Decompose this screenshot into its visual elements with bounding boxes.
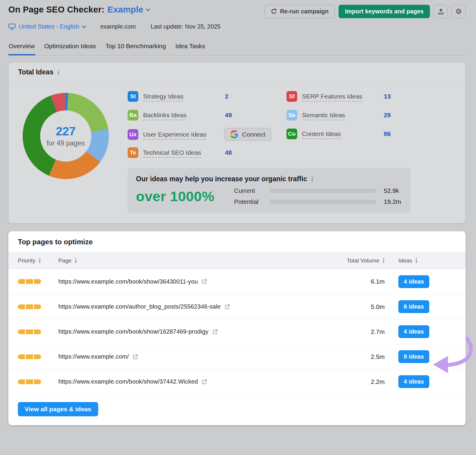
tab-optimization-ideas[interactable]: Optimization Ideas — [44, 43, 96, 55]
import-keywords-button[interactable]: Import keywords and pages — [339, 5, 430, 18]
tab-bar: Overview Optimization Ideas Top 10 Bench… — [8, 43, 466, 56]
technical-seo-badge-icon: Te — [128, 147, 138, 158]
potential-traffic-row: Potential 19.2m — [234, 198, 402, 205]
priority-indicator — [18, 354, 58, 359]
monitor-icon — [8, 23, 16, 30]
info-icon[interactable] — [383, 258, 385, 263]
donut-pages-caption: for 49 pages — [47, 139, 85, 147]
total-volume-value: 2.2m — [340, 378, 385, 385]
external-link-icon[interactable] — [201, 279, 207, 284]
legend-column-left: St Strategy Ideas 2 Ba Backlinks Ideas 4… — [128, 90, 271, 165]
info-icon[interactable] — [57, 70, 60, 75]
table-row: https://www.example.com/book/show/37442.… — [8, 369, 466, 394]
ideas-count-button[interactable]: 6 ideas — [398, 300, 429, 313]
potential-traffic-label: Potential — [234, 198, 269, 205]
content-ideas-count: 86 — [384, 130, 423, 137]
rerun-campaign-label: Re-run campaign — [280, 8, 328, 15]
current-traffic-label: Current — [234, 187, 269, 194]
serp-features-ideas-link[interactable]: SERP Features Ideas — [302, 93, 362, 101]
legend-item-semantic: Se Semantic Ideas 29 — [286, 109, 423, 121]
google-connect-button[interactable]: Connect — [224, 128, 271, 141]
semantic-badge-icon: Se — [286, 110, 297, 121]
strategy-ideas-count: 2 — [225, 93, 271, 100]
current-traffic-row: Current 52.9k — [234, 187, 402, 194]
legend-item-serp-features: Sf SERP Features Ideas 13 — [286, 90, 423, 102]
column-header-priority: Priority — [18, 257, 58, 264]
project-selector[interactable]: Example — [107, 5, 150, 15]
total-volume-value: 5.0m — [340, 303, 385, 310]
top-pages-card: Top pages to optimize Priority Page Tota… — [8, 231, 466, 425]
backlinks-badge-icon: Ba — [128, 110, 138, 121]
top-pages-table-body: https://www.example.com/book/show/364300… — [8, 269, 466, 394]
gear-icon: ⚙ — [455, 8, 462, 15]
tab-top-10-benchmarking[interactable]: Top 10 Benchmarking — [105, 43, 166, 55]
ideas-count-button[interactable]: 4 ideas — [398, 375, 429, 388]
legend-item-technical-seo: Te Technical SEO Ideas 48 — [128, 147, 271, 159]
ideas-legend: St Strategy Ideas 2 Ba Backlinks Ideas 4… — [128, 90, 456, 165]
info-icon[interactable] — [75, 258, 77, 263]
column-header-page: Page — [58, 257, 340, 264]
backlinks-ideas-link[interactable]: Backlinks Ideas — [143, 112, 187, 120]
ideas-count-button-highlighted[interactable]: 8 ideas — [398, 350, 429, 363]
external-link-icon[interactable] — [132, 354, 138, 360]
semantic-ideas-link[interactable]: Semantic Ideas — [302, 112, 345, 120]
ideas-count-button[interactable]: 4 ideas — [398, 325, 429, 338]
total-volume-value: 2.7m — [340, 328, 385, 335]
ideas-legend-section: St Strategy Ideas 2 Ba Backlinks Ideas 4… — [128, 90, 456, 213]
donut-center-label: 227 for 49 pages — [23, 93, 109, 179]
legend-item-user-experience: Ux User Experience Ideas Connect — [128, 128, 271, 140]
external-link-icon[interactable] — [201, 379, 207, 385]
technical-seo-ideas-count: 48 — [225, 149, 271, 156]
legend-column-right: Sf SERP Features Ideas 13 Se Semantic Id… — [286, 90, 423, 165]
table-row: https://www.example.com/ 2.5m 8 ideas — [8, 344, 466, 369]
strategy-ideas-link[interactable]: Strategy Ideas — [143, 93, 183, 101]
external-link-icon[interactable] — [224, 304, 230, 310]
page-url: https://www.example.com/author_blog_post… — [58, 303, 221, 310]
total-ideas-card: Total Ideas 227 for 49 pages St Strategy… — [8, 62, 466, 223]
export-button[interactable] — [434, 5, 448, 18]
current-traffic-bar — [269, 189, 376, 193]
traffic-increase-highlight: over 1000% — [136, 188, 234, 204]
external-link-icon[interactable] — [212, 329, 218, 335]
user-experience-ideas-link[interactable]: User Experience Ideas — [143, 131, 206, 140]
view-all-pages-button[interactable]: View all pages & ideas — [18, 402, 98, 416]
last-update-label: Last update: Nov 25, 2025 — [151, 23, 220, 30]
campaign-meta: United States - English example.com Last… — [8, 23, 466, 30]
page-url: https://www.example.com/book/show/162874… — [58, 328, 209, 335]
total-ideas-header: Total Ideas — [9, 62, 465, 82]
google-connect-label: Connect — [242, 131, 265, 138]
serp-features-badge-icon: Sf — [286, 91, 297, 102]
locale-label: United States - English — [19, 23, 79, 30]
priority-indicator — [18, 279, 58, 284]
ideas-count-button[interactable]: 4 ideas — [398, 275, 429, 288]
priority-indicator — [18, 329, 58, 334]
top-pages-table-header: Priority Page Total Volume Ideas — [8, 252, 466, 269]
export-icon — [438, 8, 444, 15]
tab-overview[interactable]: Overview — [8, 43, 35, 55]
technical-seo-ideas-link[interactable]: Technical SEO Ideas — [143, 149, 201, 158]
settings-button[interactable]: ⚙ — [452, 5, 466, 18]
current-traffic-value: 52.9k — [384, 187, 399, 194]
organic-traffic-body: over 1000% Current 52.9k Potential 19.2m — [136, 187, 402, 205]
chevron-down-icon — [146, 8, 150, 11]
content-ideas-link[interactable]: Content Ideas — [302, 130, 341, 139]
total-ideas-body: 227 for 49 pages St Strategy Ideas 2 Ba — [9, 82, 465, 223]
info-icon[interactable] — [39, 258, 41, 263]
header-actions: Re-run campaign Import keywords and page… — [264, 5, 466, 18]
page-url: https://www.example.com/book/show/37442.… — [58, 378, 198, 385]
legend-item-backlinks: Ba Backlinks Ideas 49 — [128, 109, 271, 121]
info-icon[interactable] — [415, 258, 417, 263]
campaign-domain: example.com — [100, 23, 136, 30]
page-header: On Page SEO Checker: Example Re-run camp… — [8, 5, 466, 18]
total-ideas-donut: 227 for 49 pages — [23, 93, 109, 179]
table-row: https://www.example.com/book/show/162874… — [8, 319, 466, 344]
backlinks-ideas-count: 49 — [225, 112, 271, 119]
rerun-campaign-button[interactable]: Re-run campaign — [264, 5, 335, 18]
priority-indicator — [18, 379, 58, 384]
page-url: https://www.example.com/ — [58, 353, 129, 360]
user-experience-badge-icon: Ux — [128, 129, 138, 140]
info-icon[interactable] — [311, 176, 313, 182]
locale-selector[interactable]: United States - English — [19, 23, 86, 30]
serp-features-ideas-count: 13 — [384, 93, 423, 100]
tab-idea-tasks[interactable]: Idea Tasks — [175, 43, 206, 55]
